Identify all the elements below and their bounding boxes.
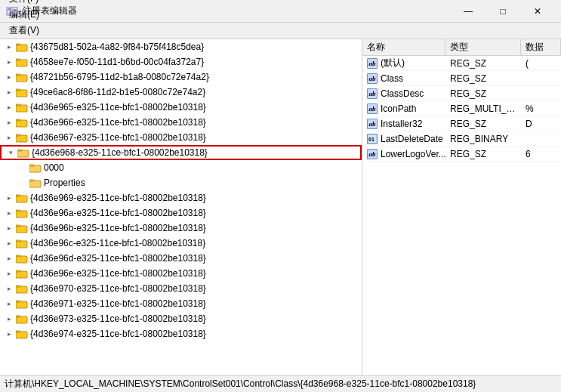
value-row[interactable]: abClassDescREG_SZ	[362, 86, 561, 101]
expand-icon[interactable]: ▸	[3, 192, 15, 204]
folder-icon	[17, 147, 29, 158]
string-icon: ab	[367, 103, 378, 114]
expand-icon[interactable]: ▸	[3, 41, 15, 53]
status-path: 计算机\HKEY_LOCAL_MACHINE\SYSTEM\ControlSet…	[5, 378, 476, 390]
value-type-cell: REG_BINARY	[445, 134, 521, 144]
tree-item[interactable]: ▸ {4d36e973-e325-11ce-bfc1-08002be10318}	[0, 311, 362, 326]
expand-icon[interactable]: ▸	[3, 328, 15, 340]
tree-item[interactable]: ▸ {4d36e971-e325-11ce-bfc1-08002be10318}	[0, 296, 362, 311]
expand-icon[interactable]: ▸	[3, 313, 15, 325]
tree-item-label: {4d36e96a-e325-11ce-bfc1-08002be10318}	[30, 208, 206, 218]
folder-icon	[16, 298, 28, 309]
folder-icon	[16, 268, 28, 279]
col-header-type: 类型	[445, 39, 521, 55]
expand-icon[interactable]: ▸	[3, 282, 15, 295]
value-row[interactable]: 01 LastDeleteDateREG_BINARY	[362, 131, 561, 147]
svg-rect-32	[16, 255, 20, 257]
svg-rect-22	[29, 180, 34, 181]
expand-icon[interactable]: ▸	[3, 101, 15, 113]
tree-item[interactable]: ▸ {4d36e96e-e325-11ce-bfc1-08002be10318}	[0, 266, 362, 281]
svg-rect-40	[16, 316, 20, 317]
tree-item[interactable]: ▸ {4d36e974-e325-11ce-bfc1-08002be10318}	[0, 326, 362, 341]
value-type-cell: REG_SZ	[445, 58, 521, 69]
expand-icon[interactable]: ▸	[3, 252, 15, 264]
tree-item[interactable]: ▸ {49ce6ac8-6f86-11d2-b1e5-0080c72e74a2}	[0, 85, 362, 100]
tree-item-label: Properties	[44, 177, 85, 188]
close-button[interactable]: ✕	[520, 0, 555, 23]
svg-rect-26	[16, 210, 20, 211]
expand-icon[interactable]	[17, 177, 29, 189]
tree-item[interactable]: ▸ {4d36e96d-e325-11ce-bfc1-08002be10318}	[0, 251, 362, 266]
value-row[interactable]: abInstaller32REG_SZD	[362, 116, 561, 131]
expand-icon[interactable]: ▸	[3, 86, 15, 98]
expand-icon[interactable]	[17, 162, 29, 174]
tree-item-label: {4d36e970-e325-11ce-bfc1-08002be10318}	[30, 283, 206, 294]
value-data-cell: 6	[521, 149, 561, 159]
values-container: ab(默认)REG_SZ(abClassREG_SZabClassDescREG…	[362, 56, 561, 162]
svg-rect-14	[16, 119, 20, 121]
tree-item[interactable]: ▸ {48721b56-6795-11d2-b1a8-0080c72e74a2}	[0, 69, 362, 85]
value-type-cell: REG_SZ	[445, 149, 521, 159]
expand-icon[interactable]: ▸	[3, 298, 15, 310]
value-name-cell: ab(默认)	[362, 57, 445, 69]
expand-icon[interactable]: ▸	[3, 116, 15, 128]
tree-item[interactable]: Properties	[0, 175, 362, 190]
expand-icon[interactable]: ▸	[3, 237, 15, 249]
svg-rect-18	[17, 150, 22, 151]
menu-item[interactable]: 编辑(E)	[3, 7, 54, 23]
svg-rect-34	[16, 270, 20, 272]
expand-icon[interactable]: ▸	[3, 131, 15, 144]
value-row[interactable]: ab(默认)REG_SZ(	[362, 56, 561, 71]
expand-icon[interactable]: ▸	[3, 222, 15, 234]
maximize-button[interactable]: □	[485, 0, 520, 23]
folder-icon	[16, 283, 28, 294]
value-row[interactable]: abIconPathREG_MULTI_SZ%	[362, 101, 561, 116]
tree-item-label: {4d36e96b-e325-11ce-bfc1-08002be10318}	[30, 223, 206, 233]
folder-icon	[29, 177, 42, 188]
menu-bar: 文件(F)编辑(E)查看(V)收藏夹(A)帮助(H)	[0, 23, 561, 39]
tree-item-label: {4d36e967-e325-11ce-bfc1-08002be10318}	[30, 132, 206, 143]
tree-item[interactable]: ▸ {43675d81-502a-4a82-9f84-b75f418c5dea}	[0, 39, 362, 54]
tree-item[interactable]: ▸ {4d36e967-e325-11ce-bfc1-08002be10318}	[0, 130, 362, 145]
folder-icon	[16, 117, 28, 128]
tree-item[interactable]: ▸ {4d36e969-e325-11ce-bfc1-08002be10318}	[0, 190, 362, 205]
tree-item[interactable]: ▸ {4658ee7e-f050-11d1-b6bd-00c04fa372a7}	[0, 54, 362, 69]
col-header-data: 数据	[521, 39, 561, 55]
expand-icon[interactable]: ▸	[3, 71, 15, 83]
expand-icon[interactable]: ▾	[5, 147, 17, 159]
value-type-cell: REG_MULTI_SZ	[445, 103, 521, 114]
tree-item[interactable]: ▸ {4d36e970-e325-11ce-bfc1-08002be10318}	[0, 281, 362, 296]
expand-icon[interactable]: ▸	[3, 267, 15, 279]
tree-item[interactable]: ▸ {4d36e96c-e325-11ce-bfc1-08002be10318}	[0, 236, 362, 251]
menu-item[interactable]: 查看(V)	[3, 23, 54, 39]
tree-item[interactable]: ▸ {4d36e965-e325-11ce-bfc1-08002be10318}	[0, 100, 362, 115]
folder-icon	[16, 72, 28, 82]
tree-item-label: {4d36e974-e325-11ce-bfc1-08002be10318}	[30, 329, 206, 339]
folder-icon	[16, 313, 28, 324]
tree-item[interactable]: ▾ {4d36e968-e325-11ce-bfc1-08002be10318}	[0, 145, 362, 160]
menu-item[interactable]: 文件(F)	[3, 0, 54, 7]
value-data-cell: (	[521, 58, 561, 69]
svg-rect-24	[16, 195, 20, 196]
tree-scroll[interactable]: ▸ {43675d81-502a-4a82-9f84-b75f418c5dea}…	[0, 39, 362, 375]
value-name-cell: abClassDesc	[362, 88, 445, 99]
expand-icon[interactable]: ▸	[3, 56, 15, 68]
tree-item[interactable]: ▸ {4d36e96a-e325-11ce-bfc1-08002be10318}	[0, 205, 362, 221]
minimize-button[interactable]: —	[451, 0, 485, 23]
tree-item[interactable]: ▸ {4d36e966-e325-11ce-bfc1-08002be10318}	[0, 115, 362, 130]
tree-item-label: {4d36e969-e325-11ce-bfc1-08002be10318}	[30, 193, 206, 203]
value-name-cell: abClass	[362, 73, 445, 84]
folder-icon	[29, 162, 42, 173]
value-row[interactable]: abClassREG_SZ	[362, 71, 561, 86]
tree-item[interactable]: 0000	[0, 160, 362, 175]
value-row[interactable]: abLowerLogoVer...REG_SZ6	[362, 147, 561, 162]
svg-rect-28	[16, 225, 20, 227]
svg-rect-6	[16, 59, 20, 60]
tree-item[interactable]: ▸ {4d36e96b-e325-11ce-bfc1-08002be10318}	[0, 221, 362, 236]
values-header: 名称 类型 数据	[362, 39, 561, 56]
folder-icon	[16, 223, 28, 233]
expand-icon[interactable]: ▸	[3, 207, 15, 219]
value-name-cell: abInstaller32	[362, 119, 445, 129]
tree-item-label: {49ce6ac8-6f86-11d2-b1e5-0080c72e74a2}	[30, 87, 205, 97]
value-name-text: (默认)	[381, 57, 405, 69]
